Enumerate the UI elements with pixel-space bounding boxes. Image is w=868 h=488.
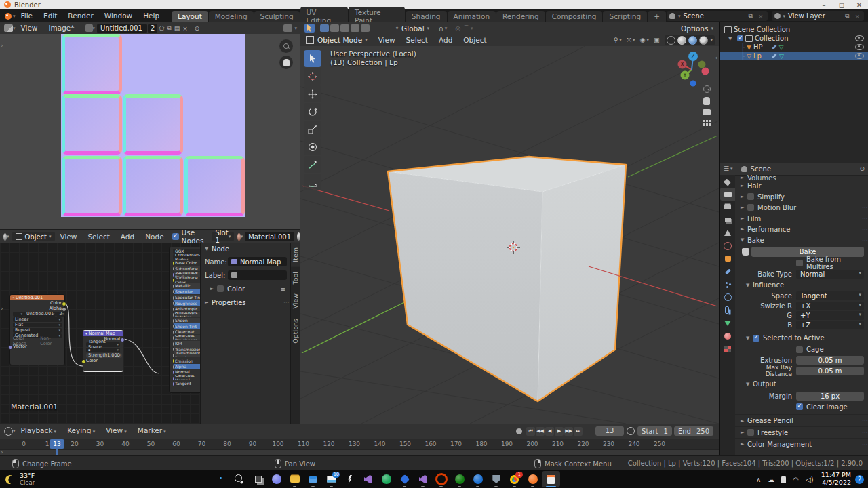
- max-ray-distance-field[interactable]: 0.05 m: [796, 367, 864, 375]
- taskbar-chat-icon[interactable]: [267, 471, 285, 487]
- tool-cursor-button[interactable]: [304, 68, 321, 85]
- snap-magnet-icon[interactable]: ∩: [437, 25, 445, 32]
- node-name-field[interactable]: Normal Map: [228, 257, 287, 266]
- falloff-curve-icon[interactable]: ⌒: [462, 24, 471, 33]
- properties-type-icon[interactable]: ☰: [722, 165, 730, 172]
- menu-add[interactable]: Add: [115, 230, 140, 243]
- tool-annotate-button[interactable]: [304, 156, 321, 173]
- material-name-field[interactable]: Material.001: [245, 232, 294, 241]
- previous-keyframe-button[interactable]: ◀◀: [536, 427, 545, 436]
- workspace-tab-scripting[interactable]: Scripting: [603, 11, 647, 22]
- properties-tab-scene[interactable]: [720, 226, 735, 239]
- space-dropdown[interactable]: Tangent: [796, 291, 864, 300]
- image-node-color-output[interactable]: Color: [10, 300, 64, 306]
- viewport-pan-hand-icon[interactable]: [703, 97, 710, 105]
- menu-view[interactable]: View: [55, 230, 83, 243]
- tool-move-button[interactable]: [304, 85, 321, 102]
- minimize-button[interactable]: –: [815, 1, 833, 9]
- overlays-icon[interactable]: ◉: [639, 37, 647, 43]
- scene-selector[interactable]: ▾ Scene ⧉ ×: [667, 11, 768, 21]
- next-keyframe-button[interactable]: ▶▶: [564, 427, 573, 436]
- properties-tab-constraints[interactable]: [720, 304, 735, 317]
- outliner-row-scene-collection[interactable]: Scene Collection: [720, 25, 868, 34]
- workspace-tab-compositing[interactable]: Compositing: [546, 11, 603, 22]
- tool-measure-button[interactable]: [304, 174, 321, 190]
- stopwatch-icon[interactable]: [627, 427, 635, 435]
- menu-keying[interactable]: Keying ▾: [62, 424, 100, 439]
- shading-material-icon[interactable]: [688, 36, 697, 45]
- properties-tab-modifiers[interactable]: [720, 265, 735, 278]
- panel-simplify[interactable]: ►Simplify⋯: [735, 191, 868, 202]
- select-box-mode-icon[interactable]: [320, 24, 329, 32]
- image-node-vector-input[interactable]: Vector: [10, 344, 64, 349]
- taskbar-dropbox-icon[interactable]: [395, 471, 414, 487]
- taskbar-xbox-icon[interactable]: [450, 471, 469, 487]
- swizzle-r-dropdown[interactable]: +X: [796, 302, 864, 310]
- tab-view[interactable]: View: [291, 289, 300, 314]
- workspace-tab-sculpting[interactable]: Sculpting: [254, 11, 300, 22]
- selected-to-active-subpan[interactable]: ▼ Selected to Active: [735, 331, 868, 344]
- swizzle-g-dropdown[interactable]: +Y: [796, 311, 864, 320]
- xray-toggle-icon[interactable]: ▣: [652, 37, 661, 43]
- taskbar-media-app-icon[interactable]: [377, 471, 395, 487]
- menu-playback[interactable]: Playback ▾: [16, 424, 62, 439]
- panel-motion-blur[interactable]: ►Motion Blur⋯: [735, 202, 868, 213]
- image-node-header[interactable]: •Untitled.001: [10, 295, 64, 300]
- normal-space-dropdown[interactable]: Tangent Space: [86, 342, 120, 347]
- node-section-header[interactable]: ▼Node ⋯: [201, 243, 291, 255]
- playhead-label[interactable]: 13: [50, 439, 64, 449]
- taskbar-mail-icon[interactable]: 10: [322, 471, 340, 487]
- panel-freestyle[interactable]: ► Freestyle⋯: [735, 426, 868, 438]
- normal-map-color-input[interactable]: Color: [83, 358, 123, 363]
- active-tool-icon[interactable]: [304, 24, 315, 33]
- menu-add[interactable]: Add: [433, 34, 458, 47]
- select-subtract-mode-icon[interactable]: [340, 24, 349, 32]
- play-reverse-button[interactable]: ◀: [545, 427, 554, 436]
- workspace-tab-animation[interactable]: Animation: [448, 11, 496, 22]
- viewport-zoom-icon[interactable]: [703, 85, 711, 93]
- menu-select[interactable]: Select: [401, 34, 433, 47]
- motion-blur-checkbox[interactable]: [747, 204, 754, 211]
- image-node-alpha-output[interactable]: Alpha: [10, 306, 64, 311]
- extension-dropdown[interactable]: Repeat: [13, 328, 62, 333]
- region-expand-arrow[interactable]: ›: [1, 449, 3, 455]
- use-nodes-checkbox[interactable]: [172, 233, 179, 240]
- outliner-row-collection[interactable]: ▼ Collection: [720, 34, 868, 43]
- image-editor-type-icon[interactable]: [4, 24, 13, 32]
- panel-volumes[interactable]: ►Volumes⋯: [735, 175, 868, 180]
- swizzle-b-dropdown[interactable]: +Z: [796, 321, 864, 329]
- bake-type-dropdown[interactable]: Normal: [796, 270, 864, 279]
- eye-icon[interactable]: [855, 35, 864, 41]
- timeline-ruler[interactable]: 0102030405060708090100110120130140150160…: [0, 439, 719, 449]
- pin-icon[interactable]: ⊙: [193, 25, 201, 32]
- simplify-checkbox[interactable]: [747, 193, 754, 200]
- properties-tab-texture[interactable]: [720, 342, 735, 355]
- tab-item[interactable]: Item: [291, 243, 300, 267]
- duplicate-image-icon[interactable]: ⧉: [165, 24, 172, 32]
- interpolation-dropdown[interactable]: Linear: [13, 317, 62, 322]
- menu-view[interactable]: View: [16, 22, 43, 35]
- play-button[interactable]: ▶: [555, 427, 564, 436]
- panel-bake[interactable]: ▼Bake⋯: [735, 235, 868, 245]
- taskbar-blender-icon[interactable]: [524, 471, 542, 487]
- properties-tab-world[interactable]: [720, 239, 735, 252]
- image-users-count[interactable]: 2: [148, 24, 157, 33]
- region-expand-arrow[interactable]: ›: [1, 305, 3, 312]
- panel-grease-pencil[interactable]: ►Grease Pencil⋯: [735, 414, 868, 426]
- wifi-icon[interactable]: ◠: [793, 476, 799, 483]
- properties-tab-view-layer[interactable]: [720, 214, 735, 226]
- panel-color-management[interactable]: ►Color Management⋯: [735, 438, 868, 449]
- panel-hair[interactable]: ►Hair⋯: [735, 180, 868, 191]
- taskbar-visual-studio-icon[interactable]: [359, 471, 377, 487]
- menu-render[interactable]: Render: [62, 9, 98, 22]
- weather-widget[interactable]: 33°F Clear: [20, 472, 35, 486]
- tab-tool[interactable]: Tool: [291, 267, 300, 289]
- outliner-row-lp-selected[interactable]: ├ ▽ Lp ▽: [720, 52, 868, 60]
- material-slot-dropdown[interactable]: Slot 1▾: [212, 232, 234, 241]
- workspace-tab-layout[interactable]: Layout: [172, 11, 208, 22]
- unlink-image-icon[interactable]: ×: [181, 25, 189, 32]
- workspace-tab-shading[interactable]: Shading: [406, 11, 447, 22]
- freestyle-checkbox[interactable]: [747, 429, 754, 436]
- clock-widget[interactable]: 11:47 PM 4/5/2022: [821, 472, 851, 487]
- projection-dropdown[interactable]: Flat: [13, 323, 62, 327]
